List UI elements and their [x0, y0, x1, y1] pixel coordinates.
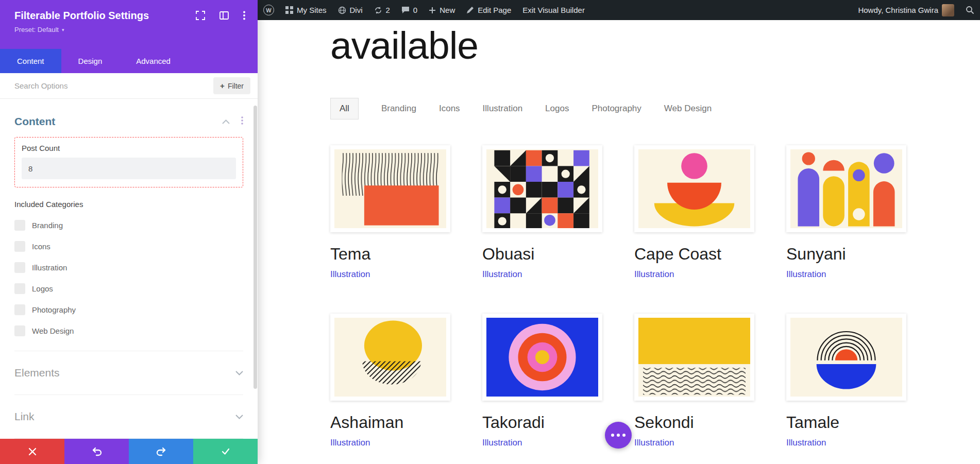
- portfolio-item: Tema Illustration: [330, 145, 450, 280]
- exit-visual-builder[interactable]: Exit Visual Builder: [517, 0, 590, 20]
- project-category-link[interactable]: Illustration: [330, 269, 450, 280]
- panel-header: Filterable Portfolio Settings Preset: De…: [0, 0, 258, 49]
- filter-icons[interactable]: Icons: [439, 98, 460, 119]
- updates-count: 2: [386, 6, 390, 14]
- preset-selector[interactable]: Preset: Default ▾: [14, 26, 64, 33]
- project-title[interactable]: Takoradi: [482, 413, 602, 432]
- project-thumbnail-takoradi[interactable]: [482, 314, 602, 401]
- project-category-link[interactable]: Illustration: [786, 438, 906, 448]
- tab-design[interactable]: Design: [61, 49, 120, 73]
- project-category-link[interactable]: Illustration: [786, 269, 906, 280]
- divi-globe-icon: [338, 6, 346, 14]
- adminbar-search[interactable]: [960, 0, 980, 20]
- updates-menu[interactable]: 2: [368, 0, 396, 20]
- project-thumbnail-tema[interactable]: [330, 145, 450, 232]
- filter-illustration[interactable]: Illustration: [483, 98, 522, 119]
- portfolio-filter-bar: All Branding Icons Illustration Logos Ph…: [330, 98, 980, 119]
- edit-page-menu[interactable]: Edit Page: [461, 0, 517, 20]
- page-canvas: available All Branding Icons Illustratio…: [258, 20, 980, 464]
- elements-section-toggle[interactable]: Elements: [14, 351, 243, 395]
- project-title[interactable]: Tema: [330, 245, 450, 264]
- category-row: Photography: [14, 299, 243, 320]
- comments-menu[interactable]: 0: [396, 0, 423, 20]
- project-category-link[interactable]: Illustration: [634, 438, 754, 448]
- page-settings-dots-button[interactable]: [605, 422, 632, 449]
- redo-button[interactable]: [129, 439, 193, 464]
- project-category-link[interactable]: Illustration: [482, 438, 602, 448]
- filter-logos[interactable]: Logos: [545, 98, 569, 119]
- snap-panel-icon[interactable]: [219, 11, 229, 20]
- artwork-tema: [334, 149, 446, 228]
- filter-branding[interactable]: Branding: [381, 98, 416, 119]
- section-kebab-menu-icon[interactable]: [241, 116, 243, 127]
- portfolio-item: Obuasi Illustration: [482, 145, 602, 280]
- options-filter-button[interactable]: + Filter: [213, 77, 250, 94]
- panel-scrollbar-thumb[interactable]: [254, 106, 257, 389]
- tab-advanced[interactable]: Advanced: [119, 49, 188, 73]
- project-thumbnail-tamale[interactable]: [786, 314, 906, 401]
- post-count-input[interactable]: [22, 158, 236, 179]
- category-checkbox-branding[interactable]: [14, 220, 25, 231]
- my-sites-label: My Sites: [297, 6, 327, 14]
- project-title[interactable]: Tamale: [786, 413, 906, 432]
- panel-kebab-menu-icon[interactable]: [243, 11, 245, 20]
- project-thumbnail-cape-coast[interactable]: [634, 145, 754, 232]
- filter-button-label: Filter: [228, 82, 244, 90]
- project-thumbnail-obuasi[interactable]: [482, 145, 602, 232]
- options-search-row: + Filter: [0, 73, 258, 99]
- project-category-link[interactable]: Illustration: [330, 438, 450, 448]
- panel-tabs: Content Design Advanced: [0, 49, 258, 73]
- wp-logo-menu[interactable]: W: [258, 0, 280, 20]
- artwork-tamale: [790, 318, 902, 397]
- portfolio-item: Tamale Illustration: [786, 314, 906, 448]
- discard-changes-button[interactable]: [0, 439, 64, 464]
- filter-photography[interactable]: Photography: [592, 98, 641, 119]
- howdy-account-menu[interactable]: Howdy, Christina Gwira: [852, 0, 960, 20]
- category-checkbox-logos[interactable]: [14, 283, 25, 294]
- link-section-toggle[interactable]: Link: [14, 395, 243, 439]
- project-title[interactable]: Ashaiman: [330, 413, 450, 432]
- search-options-input[interactable]: [14, 81, 213, 90]
- portfolio-item: Cape Coast Illustration: [634, 145, 754, 280]
- project-title[interactable]: Sunyani: [786, 245, 906, 264]
- category-checkbox-icons[interactable]: [14, 241, 25, 252]
- project-title[interactable]: Cape Coast: [634, 245, 754, 264]
- project-thumbnail-ashaiman[interactable]: [330, 314, 450, 401]
- redo-icon: [156, 446, 167, 457]
- divi-menu[interactable]: Divi: [332, 0, 368, 20]
- project-thumbnail-sunyani[interactable]: [786, 145, 906, 232]
- category-row: Branding: [14, 215, 243, 236]
- project-thumbnail-sekondi[interactable]: [634, 314, 754, 401]
- save-button[interactable]: [193, 439, 258, 464]
- category-row: Web Design: [14, 320, 243, 341]
- tab-content[interactable]: Content: [0, 49, 61, 73]
- category-checkbox-web-design[interactable]: [14, 325, 25, 336]
- portfolio-item: Sunyani Illustration: [786, 145, 906, 280]
- artwork-sunyani: [790, 149, 902, 228]
- new-label: New: [440, 6, 455, 14]
- portfolio-item: Sekondi Illustration: [634, 314, 754, 448]
- category-label: Icons: [32, 242, 50, 251]
- expand-modal-icon[interactable]: [196, 11, 205, 20]
- project-category-link[interactable]: Illustration: [482, 269, 602, 280]
- category-row: Logos: [14, 278, 243, 299]
- my-sites-icon: [285, 6, 293, 14]
- category-row: Illustration: [14, 257, 243, 278]
- new-content-menu[interactable]: New: [423, 0, 461, 20]
- artwork-ashaiman: [334, 318, 446, 397]
- project-title[interactable]: Sekondi: [634, 413, 754, 432]
- project-category-link[interactable]: Illustration: [634, 269, 754, 280]
- preset-label: Preset: Default: [14, 26, 59, 33]
- category-checkbox-photography[interactable]: [14, 304, 25, 315]
- filter-all[interactable]: All: [330, 98, 359, 119]
- caret-down-icon: ▾: [62, 27, 64, 32]
- my-sites-menu[interactable]: My Sites: [280, 0, 332, 20]
- undo-button[interactable]: [64, 439, 129, 464]
- project-title[interactable]: Obuasi: [482, 245, 602, 264]
- edit-page-label: Edit Page: [478, 6, 511, 14]
- page-heading: available: [330, 26, 980, 65]
- filter-web-design[interactable]: Web Design: [664, 98, 712, 119]
- category-checkbox-illustration[interactable]: [14, 262, 25, 273]
- content-section-toggle[interactable]: Content: [14, 99, 243, 128]
- portfolio-item: Ashaiman Illustration: [330, 314, 450, 448]
